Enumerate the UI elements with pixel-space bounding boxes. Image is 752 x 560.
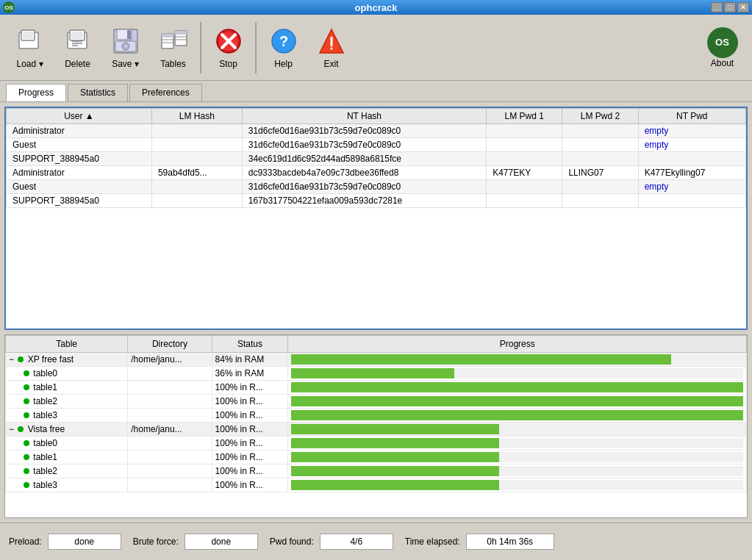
svg-rect-18 — [175, 31, 187, 35]
col-lm-pwd2[interactable]: LM Pwd 2 — [562, 109, 638, 124]
collapse-icon[interactable]: − — [9, 424, 14, 434]
time-elapsed-status: Time elapsed: 0h 14m 36s — [405, 534, 554, 550]
status-dot — [18, 356, 24, 362]
tab-preferences[interactable]: Preferences — [129, 84, 202, 101]
cell-child-progress — [288, 409, 747, 423]
cell-child-status: 36% in RAM — [212, 367, 288, 381]
cell-child-status: 100% in R... — [212, 381, 288, 395]
col-user[interactable]: User ▲ — [7, 109, 152, 124]
table-child-row: table1 100% in R... — [6, 450, 747, 464]
cell-child-name: table1 — [6, 450, 128, 464]
titlebar: OS ophcrack _ □ ✕ — [0, 0, 752, 15]
col-progress[interactable]: Progress — [288, 336, 747, 353]
tables-label: Tables — [160, 59, 186, 69]
tab-statistics[interactable]: Statistics — [68, 84, 128, 101]
cell-user: Guest — [7, 138, 152, 152]
status-dot — [24, 440, 29, 446]
cell-child-dir — [128, 367, 212, 381]
cell-lm-hash — [151, 194, 242, 208]
preload-value: done — [48, 534, 121, 550]
col-table[interactable]: Table — [6, 336, 128, 353]
cell-nt-pwd: empty — [638, 124, 745, 138]
cell-lm-pwd1 — [487, 152, 562, 166]
help-button[interactable]: ? Help — [259, 19, 307, 76]
close-button[interactable]: ✕ — [737, 2, 749, 12]
time-elapsed-value: 0h 14m 36s — [466, 534, 554, 550]
minimize-button[interactable]: _ — [711, 2, 723, 12]
about-label: About — [711, 58, 734, 68]
cell-group-name: − XP free fast — [6, 353, 128, 367]
toolbar-separator-1 — [200, 22, 201, 73]
svg-rect-16 — [162, 34, 173, 37]
cell-child-name: table0 — [6, 437, 128, 450]
cell-child-progress — [288, 381, 747, 395]
col-lm-hash[interactable]: LM Hash — [151, 109, 242, 124]
cell-child-status: 100% in R... — [212, 464, 288, 478]
svg-rect-2 — [23, 32, 33, 39]
status-dot — [24, 468, 29, 474]
cell-child-name: table3 — [6, 478, 128, 492]
cell-nt-hash: 31d6cfe0d16ae931b73c59d7e0c089c0 — [242, 138, 486, 152]
cell-user: SUPPORT_388945a0 — [7, 194, 152, 208]
cell-nt-pwd — [638, 194, 745, 208]
cell-lm-pwd2: LLING07 — [562, 166, 638, 180]
brute-force-value: done — [185, 534, 258, 550]
hash-table-row: Guest 31d6cfe0d16ae931b73c59d7e0c089c0 e… — [7, 180, 746, 194]
cell-nt-pwd: empty — [638, 180, 745, 194]
col-lm-pwd1[interactable]: LM Pwd 1 — [487, 109, 562, 124]
cell-nt-pwd: K477Ekylling07 — [638, 166, 745, 180]
cell-child-dir — [128, 478, 212, 492]
cell-group-status: 100% in R... — [212, 423, 288, 437]
table-group-header: − Vista free /home/janu... 100% in R... — [6, 423, 747, 437]
col-directory[interactable]: Directory — [128, 336, 212, 353]
cell-child-status: 100% in R... — [212, 437, 288, 450]
cell-child-name: table2 — [6, 464, 128, 478]
tables-icon — [159, 26, 188, 56]
status-dot — [24, 412, 29, 418]
maximize-button[interactable]: □ — [724, 2, 736, 12]
table-child-row: table3 100% in R... — [6, 409, 747, 423]
tables-button[interactable]: Tables — [149, 19, 197, 76]
load-button[interactable]: Load ▾ — [6, 19, 54, 76]
hash-table-container: User ▲ LM Hash NT Hash LM Pwd 1 LM Pwd 2… — [4, 107, 748, 330]
cell-lm-pwd2 — [562, 180, 638, 194]
delete-button[interactable]: Delete — [54, 19, 101, 76]
status-dot — [24, 398, 29, 404]
exit-label: Exit — [323, 59, 338, 69]
cell-user: SUPPORT_388945a0 — [7, 152, 152, 166]
cell-child-dir — [128, 409, 212, 423]
hash-table-row: Guest 31d6cfe0d16ae931b73c59d7e0c089c0 e… — [7, 138, 746, 152]
about-button[interactable]: OS About — [698, 19, 746, 76]
collapse-icon[interactable]: − — [9, 354, 14, 365]
cell-child-name: table1 — [6, 381, 128, 395]
col-nt-pwd[interactable]: NT Pwd — [638, 109, 745, 124]
cell-user: Guest — [7, 180, 152, 194]
tab-progress[interactable]: Progress — [6, 84, 66, 101]
cell-lm-pwd1 — [487, 180, 562, 194]
cell-lm-pwd2 — [562, 152, 638, 166]
exit-button[interactable]: Exit — [307, 19, 355, 76]
col-status[interactable]: Status — [212, 336, 288, 353]
cell-nt-pwd — [638, 152, 745, 166]
window-controls[interactable]: _ □ ✕ — [711, 2, 749, 12]
cell-user: Administrator — [7, 166, 152, 180]
cell-child-name: table2 — [6, 395, 128, 409]
table-child-row: table3 100% in R... — [6, 478, 747, 492]
cell-lm-hash — [151, 180, 242, 194]
tables-container: Table Directory Status Progress − XP fre… — [4, 334, 748, 518]
stop-icon — [214, 26, 243, 56]
cell-lm-hash: 59ab4dfd5... — [151, 166, 242, 180]
brute-force-status: Brute force: done — [133, 534, 258, 550]
cell-nt-pwd: empty — [638, 138, 745, 152]
tables-table: Table Directory Status Progress − XP fre… — [5, 335, 747, 492]
save-button[interactable]: Save ▾ — [101, 19, 149, 76]
stop-button[interactable]: Stop — [204, 19, 252, 76]
help-icon: ? — [269, 26, 298, 56]
cell-child-progress — [288, 464, 747, 478]
exit-icon — [317, 26, 346, 56]
cell-child-name: table3 — [6, 409, 128, 423]
table-child-row: table0 36% in RAM — [6, 367, 747, 381]
cell-group-progress — [288, 353, 747, 367]
col-nt-hash[interactable]: NT Hash — [242, 109, 486, 124]
cell-lm-hash — [151, 124, 242, 138]
